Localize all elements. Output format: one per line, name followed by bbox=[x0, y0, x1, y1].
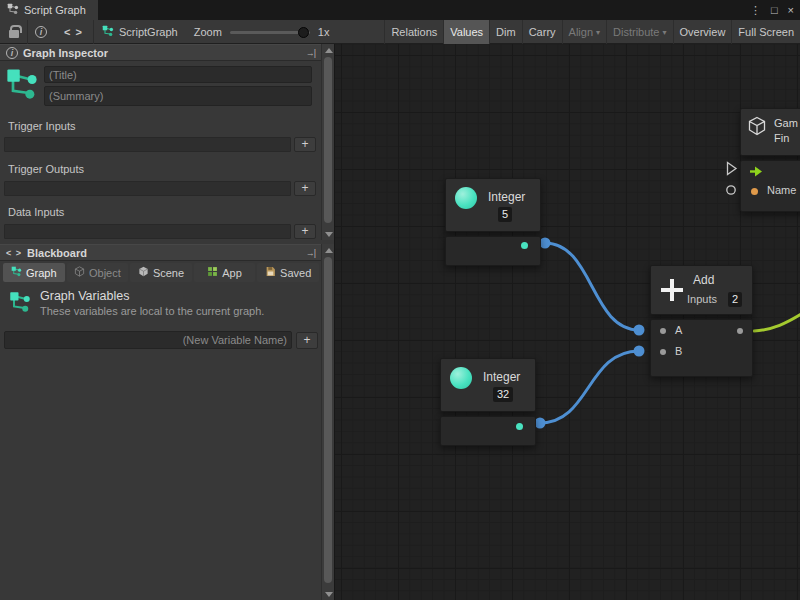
node-find-partial[interactable]: Gam Fin Name bbox=[740, 108, 800, 212]
wire-add-output[interactable] bbox=[754, 313, 800, 331]
script-graph-icon bbox=[7, 3, 19, 17]
zoom-slider-handle[interactable] bbox=[298, 27, 309, 38]
data-input-port[interactable] bbox=[725, 184, 737, 198]
input-port-name[interactable] bbox=[751, 188, 758, 195]
blackboard-header: < > Blackboard →| bbox=[0, 244, 321, 261]
wire-endpoint[interactable] bbox=[540, 238, 551, 249]
tab-script-graph[interactable]: Script Graph bbox=[0, 0, 98, 20]
node-body bbox=[440, 416, 536, 446]
info-icon: i bbox=[6, 47, 18, 59]
close-icon[interactable]: × bbox=[788, 4, 794, 16]
port-a-label: A bbox=[675, 324, 682, 336]
output-port[interactable] bbox=[521, 242, 528, 249]
node-body bbox=[445, 236, 541, 266]
wire-endpoint[interactable] bbox=[634, 346, 645, 357]
node-header: Add Inputs 2 bbox=[650, 265, 753, 315]
graph-summary-input[interactable] bbox=[44, 86, 312, 106]
distribute-button[interactable]: Distribute▾ bbox=[606, 20, 672, 44]
blackboard-icon: < > bbox=[6, 248, 22, 258]
lock-button[interactable] bbox=[0, 20, 28, 44]
window-controls: ⋮ □ × bbox=[750, 0, 794, 20]
zoom-value: 1x bbox=[318, 26, 330, 38]
flow-arrow-icon bbox=[749, 166, 763, 179]
tab-label: Script Graph bbox=[24, 4, 86, 16]
dock-icon[interactable]: →| bbox=[306, 48, 315, 58]
node-integer-5[interactable]: Integer 5 bbox=[445, 178, 541, 266]
add-variable-button[interactable]: + bbox=[296, 332, 318, 349]
inspect-button[interactable]: i bbox=[28, 20, 54, 44]
blackboard-title: Blackboard bbox=[27, 247, 87, 259]
node-title: Gam bbox=[774, 117, 798, 129]
wire-integer32-to-add-b[interactable] bbox=[540, 351, 639, 423]
align-button[interactable]: Align▾ bbox=[562, 20, 606, 44]
trigger-inputs-list bbox=[4, 137, 291, 152]
window-titlebar: Script Graph ⋮ □ × bbox=[0, 0, 800, 20]
object-tab-icon bbox=[74, 266, 85, 279]
graph-canvas[interactable]: Integer 5 Integer 32 Add Inputs bbox=[335, 44, 800, 600]
script-graph-window: Script Graph ⋮ □ × i < > ScriptGraph Zoo… bbox=[0, 0, 800, 600]
add-icon bbox=[661, 279, 683, 301]
full-screen-button[interactable]: Full Screen bbox=[731, 20, 800, 44]
tab-app[interactable]: App bbox=[194, 263, 256, 282]
node-subtitle: Fin bbox=[774, 132, 789, 144]
code-icon: < > bbox=[64, 26, 83, 38]
port-name-label: Name bbox=[767, 184, 796, 196]
tab-graph[interactable]: Graph bbox=[3, 263, 65, 282]
info-icon: i bbox=[35, 26, 47, 38]
flow-input-port[interactable] bbox=[726, 161, 738, 178]
input-port-a[interactable] bbox=[660, 328, 666, 334]
add-trigger-output-button[interactable]: + bbox=[294, 181, 316, 196]
output-port[interactable] bbox=[737, 328, 743, 334]
scrollbar-thumb[interactable] bbox=[324, 57, 332, 223]
graph-inspector-title: Graph Inspector bbox=[23, 47, 108, 59]
zoom-slider[interactable] bbox=[230, 20, 310, 44]
scroll-up-icon[interactable] bbox=[322, 244, 335, 256]
node-add[interactable]: Add Inputs 2 A B bbox=[650, 265, 753, 377]
scroll-down-icon[interactable] bbox=[322, 228, 335, 240]
integer-value-field[interactable]: 32 bbox=[493, 387, 513, 402]
graph-asset-label: ScriptGraph bbox=[119, 26, 178, 38]
inputs-count-field[interactable]: 2 bbox=[728, 292, 742, 307]
wire-endpoint[interactable] bbox=[535, 418, 546, 429]
scrollbar-thumb[interactable] bbox=[324, 257, 332, 583]
tab-scene[interactable]: Scene bbox=[130, 263, 192, 282]
window-menu-icon[interactable]: ⋮ bbox=[750, 4, 761, 17]
graph-title-input[interactable] bbox=[44, 66, 312, 83]
relations-button[interactable]: Relations bbox=[384, 20, 443, 44]
maximize-icon[interactable]: □ bbox=[771, 4, 778, 16]
node-header: Gam Fin bbox=[740, 108, 800, 156]
node-integer-32[interactable]: Integer 32 bbox=[440, 358, 536, 446]
graph-inspector-header: i Graph Inspector →| bbox=[0, 44, 321, 61]
overview-button[interactable]: Overview bbox=[673, 20, 732, 44]
add-data-input-button[interactable]: + bbox=[294, 224, 316, 239]
add-trigger-input-button[interactable]: + bbox=[294, 137, 316, 152]
node-body: Name bbox=[740, 160, 800, 212]
graph-tab-icon bbox=[11, 266, 22, 279]
graph-icon bbox=[4, 66, 40, 104]
inputs-label: Inputs bbox=[687, 293, 717, 305]
values-button[interactable]: Values bbox=[443, 20, 489, 44]
input-port-b[interactable] bbox=[660, 349, 666, 355]
wire-integer5-to-add-a[interactable] bbox=[545, 243, 639, 330]
node-body: A B bbox=[650, 319, 753, 377]
edit-source-button[interactable]: < > bbox=[54, 20, 94, 44]
integer-value-field[interactable]: 5 bbox=[498, 207, 512, 222]
graph-asset-button[interactable]: ScriptGraph bbox=[94, 20, 186, 44]
chevron-down-icon: ▾ bbox=[596, 28, 600, 37]
graph-toolbar: i < > ScriptGraph Zoom 1x Relations Valu… bbox=[0, 20, 800, 44]
integer-icon bbox=[455, 187, 477, 209]
node-header: Integer 5 bbox=[445, 178, 541, 232]
data-inputs-list bbox=[4, 224, 291, 239]
dim-button[interactable]: Dim bbox=[489, 20, 522, 44]
carry-button[interactable]: Carry bbox=[522, 20, 562, 44]
scroll-up-icon[interactable] bbox=[322, 44, 335, 56]
blackboard-scrollbar[interactable] bbox=[321, 244, 334, 600]
scroll-down-icon[interactable] bbox=[322, 588, 335, 600]
new-variable-input[interactable] bbox=[4, 331, 292, 349]
inspector-scrollbar[interactable] bbox=[321, 44, 334, 240]
tab-saved[interactable]: Saved bbox=[257, 263, 319, 282]
dock-icon[interactable]: →| bbox=[306, 248, 315, 258]
tab-object[interactable]: Object bbox=[67, 263, 129, 282]
output-port[interactable] bbox=[516, 423, 523, 430]
wire-endpoint[interactable] bbox=[634, 325, 645, 336]
